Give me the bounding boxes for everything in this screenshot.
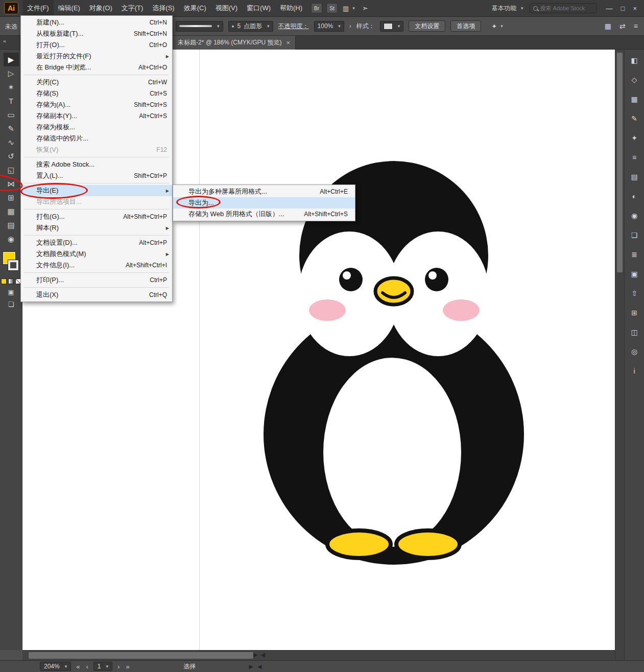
menubar-item-file[interactable]: 文件(F) bbox=[22, 0, 54, 16]
stock-search-input[interactable] bbox=[540, 5, 593, 11]
menubar-item-effect[interactable]: 效果(C) bbox=[179, 0, 211, 16]
style-dropdown[interactable] bbox=[380, 21, 404, 32]
brushes-panel-icon[interactable]: ✎ bbox=[628, 112, 641, 125]
vertical-scrollbar[interactable] bbox=[615, 50, 624, 660]
menu-item[interactable]: 从模板新建(T)...Shift+Ctrl+N bbox=[21, 28, 172, 39]
symbols-panel-icon[interactable]: ✦ bbox=[628, 131, 641, 145]
menu-item[interactable]: 关闭(C)Ctrl+W bbox=[21, 77, 172, 88]
direct-selection-tool[interactable]: ▷ bbox=[4, 66, 19, 80]
rotate-tool[interactable]: ↺ bbox=[4, 149, 19, 163]
screen-mode-icon[interactable]: ❏ bbox=[8, 300, 14, 308]
brush-definition-dropdown[interactable]: ● 5 点圆形 bbox=[228, 21, 273, 32]
document-setup-button[interactable]: 文档设置 bbox=[409, 20, 445, 32]
menubar-item-select[interactable]: 选择(S) bbox=[148, 0, 179, 16]
menu-item[interactable]: 在 Bridge 中浏览...Alt+Ctrl+O bbox=[21, 62, 172, 73]
opacity-dropdown[interactable]: 100% bbox=[314, 21, 344, 32]
menu-item[interactable]: 存储(S)Ctrl+S bbox=[21, 88, 172, 99]
minimize-button[interactable]: — bbox=[606, 5, 613, 12]
menu-item[interactable]: 存储为(A)...Shift+Ctrl+S bbox=[21, 99, 172, 110]
select-similar-dropdown[interactable]: ✦ bbox=[491, 22, 503, 30]
color-mini-button[interactable] bbox=[1, 279, 7, 284]
stock-search-box[interactable] bbox=[530, 3, 597, 13]
menu-item[interactable]: 文档设置(D)...Alt+Ctrl+P bbox=[21, 237, 172, 248]
menu-item[interactable]: 存储副本(Y)...Alt+Ctrl+S bbox=[21, 110, 172, 122]
horizontal-scrollbar[interactable]: ▶◀ bbox=[22, 650, 615, 660]
pencil-tool[interactable]: ∿ bbox=[4, 135, 19, 149]
close-tab-icon[interactable]: × bbox=[287, 39, 291, 47]
layers-panel-icon[interactable]: ≣ bbox=[628, 248, 641, 261]
menu-item[interactable]: 最近打开的文件(F)▶ bbox=[21, 51, 172, 62]
maximize-button[interactable]: □ bbox=[621, 5, 625, 12]
menubar-item-edit[interactable]: 编辑(E) bbox=[54, 0, 85, 16]
more-options-chevron-icon[interactable]: › bbox=[349, 22, 351, 30]
menu-item[interactable]: 搜索 Adobe Stock... bbox=[21, 159, 172, 170]
artboard-number-dropdown[interactable]: 1 bbox=[93, 662, 112, 671]
draw-mode-icon[interactable]: ▣ bbox=[8, 288, 14, 296]
mesh-tool[interactable]: ▦ bbox=[4, 204, 19, 218]
stroke-color-swatch[interactable] bbox=[8, 260, 18, 270]
collapse-tools-chevron-icon[interactable]: « bbox=[3, 38, 6, 44]
scroll-arrows-icon[interactable]: ▶◀ bbox=[253, 652, 268, 658]
appearance-panel-icon[interactable]: ◉ bbox=[628, 209, 641, 222]
menubar-item-view[interactable]: 视图(V) bbox=[211, 0, 242, 16]
menu-item[interactable]: 存储为 Web 所用格式（旧版）...Alt+Shift+Ctrl+S bbox=[173, 208, 355, 220]
gradient-mini-button[interactable] bbox=[8, 279, 14, 284]
eyedropper-tool[interactable]: ◉ bbox=[4, 232, 19, 246]
menubar-item-help[interactable]: 帮助(H) bbox=[275, 0, 307, 16]
opacity-label[interactable]: 不透明度： bbox=[278, 22, 309, 31]
menubar-item-window[interactable]: 窗口(W) bbox=[242, 0, 275, 16]
menu-item[interactable]: 文档颜色模式(M)▶ bbox=[21, 248, 172, 260]
close-window-button[interactable]: × bbox=[633, 5, 637, 12]
bridge-button[interactable]: Br bbox=[311, 3, 322, 13]
perspective-grid-tool[interactable]: ⊞ bbox=[4, 191, 19, 204]
artboards-panel-icon[interactable]: ▣ bbox=[628, 267, 641, 281]
width-tool[interactable]: ⋈ bbox=[4, 177, 19, 191]
navigator-panel-icon[interactable]: ◎ bbox=[628, 345, 641, 358]
type-tool[interactable]: T bbox=[4, 94, 19, 108]
share-icon[interactable]: ➣ bbox=[362, 4, 368, 12]
asset-export-panel-icon[interactable]: ⇧ bbox=[628, 287, 641, 300]
pathfinder-panel-icon[interactable]: ◫ bbox=[628, 326, 641, 339]
paintbrush-tool[interactable]: ✎ bbox=[4, 122, 19, 135]
color-panel-icon[interactable]: ◧ bbox=[628, 54, 641, 67]
stroke-panel-icon[interactable]: ≡ bbox=[628, 151, 641, 164]
menu-item[interactable]: 置入(L)...Shift+Ctrl+P bbox=[21, 170, 172, 181]
transparency-panel-icon[interactable]: ◐ bbox=[628, 190, 641, 203]
last-artboard-icon[interactable]: » bbox=[125, 663, 130, 670]
scale-tool[interactable]: ◱ bbox=[4, 163, 19, 177]
first-artboard-icon[interactable]: « bbox=[75, 663, 81, 670]
align-panel-icon[interactable]: ⊞ bbox=[628, 306, 641, 319]
info-panel-icon[interactable]: i bbox=[628, 364, 641, 378]
preferences-button[interactable]: 首选项 bbox=[450, 20, 481, 32]
menu-item[interactable]: 文件信息(I)...Alt+Shift+Ctrl+I bbox=[21, 260, 172, 271]
gradient-panel-icon[interactable]: ▤ bbox=[628, 170, 641, 183]
menu-item[interactable]: 导出为多种屏幕所用格式...Alt+Ctrl+E bbox=[173, 186, 355, 197]
document-tab[interactable]: 未标题-2* @ 186% (CMYK/GPU 预览) × bbox=[173, 36, 296, 50]
graphic-styles-panel-icon[interactable]: ❏ bbox=[628, 228, 641, 242]
menu-item[interactable]: 导出为... bbox=[173, 197, 355, 208]
color-guide-panel-icon[interactable]: ◇ bbox=[628, 73, 641, 86]
stock-button[interactable]: St bbox=[326, 3, 338, 13]
menu-item[interactable]: 存储选中的切片... bbox=[21, 133, 172, 144]
vertical-scroll-thumb[interactable] bbox=[617, 53, 623, 272]
menubar-item-object[interactable]: 对象(O) bbox=[85, 0, 117, 16]
swatches-panel-icon[interactable]: ▦ bbox=[628, 92, 641, 106]
menu-item[interactable]: 退出(X)Ctrl+Q bbox=[21, 289, 172, 300]
gradient-tool[interactable]: ▤ bbox=[4, 218, 19, 232]
status-scroll-arrows-icon[interactable]: ▶◀ bbox=[249, 663, 266, 670]
menu-item[interactable]: 打开(O)...Ctrl+O bbox=[21, 39, 172, 51]
menu-item[interactable]: 打印(P)...Ctrl+P bbox=[21, 274, 172, 286]
panel-menu-icon[interactable]: ≡ bbox=[634, 22, 638, 30]
menu-item[interactable]: 脚本(R)▶ bbox=[21, 222, 172, 234]
zoom-dropdown[interactable]: 204% bbox=[40, 662, 71, 671]
menu-item[interactable]: 新建(N)...Ctrl+N bbox=[21, 17, 172, 28]
menu-item[interactable]: 导出(E)▶ bbox=[21, 185, 172, 196]
stroke-profile-dropdown[interactable] bbox=[176, 21, 223, 32]
rectangle-tool[interactable]: ▭ bbox=[4, 108, 19, 122]
menu-item[interactable]: 存储为模板... bbox=[21, 122, 172, 133]
penguin-illustration[interactable] bbox=[251, 161, 539, 565]
arrange-documents-icon[interactable]: ▥ bbox=[343, 5, 355, 12]
selection-tool[interactable]: ▶ bbox=[4, 53, 19, 66]
workspace-switcher[interactable]: 基本功能 bbox=[492, 4, 523, 13]
next-artboard-icon[interactable]: › bbox=[116, 663, 121, 670]
